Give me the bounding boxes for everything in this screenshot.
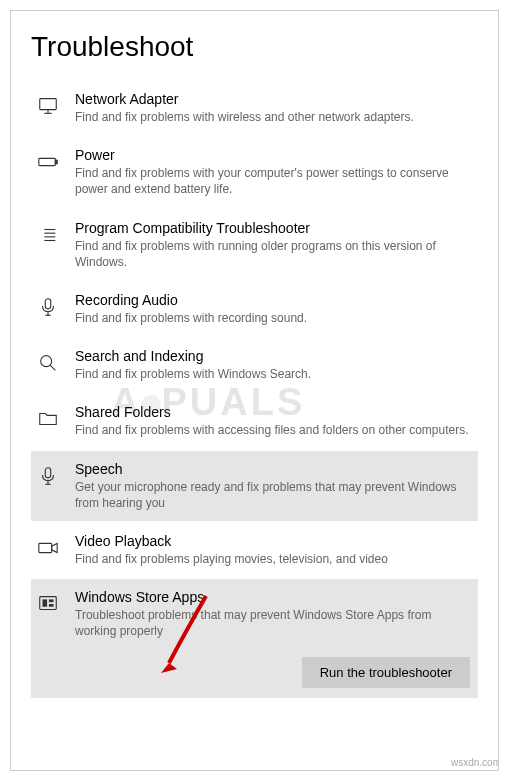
page-title: Troubleshoot (31, 31, 478, 63)
item-description: Find and fix problems with running older… (75, 238, 470, 270)
svg-rect-13 (45, 299, 51, 309)
mic-icon (35, 463, 61, 489)
svg-rect-21 (39, 543, 52, 552)
troubleshoot-item-windows-store-apps[interactable]: Windows Store Apps Troubleshoot problems… (31, 579, 478, 649)
attribution-text: wsxdn.com (451, 757, 499, 768)
video-icon (35, 535, 61, 561)
search-icon (35, 350, 61, 376)
item-title: Program Compatibility Troubleshooter (75, 220, 470, 236)
item-description: Find and fix problems playing movies, te… (75, 551, 470, 567)
item-title: Power (75, 147, 470, 163)
svg-rect-18 (45, 467, 51, 477)
item-title: Windows Store Apps (75, 589, 470, 605)
troubleshoot-item-speech[interactable]: Speech Get your microphone ready and fix… (31, 451, 478, 521)
item-description: Find and fix problems with Windows Searc… (75, 366, 470, 382)
item-title: Search and Indexing (75, 348, 470, 364)
troubleshoot-item-shared-folders[interactable]: Shared Folders Find and fix problems wit… (31, 394, 478, 448)
svg-rect-3 (39, 159, 56, 166)
svg-line-17 (50, 365, 55, 370)
item-description: Find and fix problems with your computer… (75, 165, 470, 197)
run-troubleshooter-button[interactable]: Run the troubleshooter (302, 657, 470, 688)
folder-icon (35, 406, 61, 432)
svg-rect-23 (43, 599, 48, 606)
item-title: Video Playback (75, 533, 470, 549)
troubleshoot-item-search-and-indexing[interactable]: Search and Indexing Find and fix problem… (31, 338, 478, 392)
troubleshoot-item-network-adapter[interactable]: Network Adapter Find and fix problems wi… (31, 81, 478, 135)
troubleshoot-item-recording-audio[interactable]: Recording Audio Find and fix problems wi… (31, 282, 478, 336)
item-title: Recording Audio (75, 292, 470, 308)
troubleshoot-item-video-playback[interactable]: Video Playback Find and fix problems pla… (31, 523, 478, 577)
svg-rect-22 (40, 597, 57, 610)
troubleshoot-item-program-compatibility-troubleshooter[interactable]: Program Compatibility Troubleshooter Fin… (31, 210, 478, 280)
troubleshoot-item-power[interactable]: Power Find and fix problems with your co… (31, 137, 478, 207)
item-description: Find and fix problems with recording sou… (75, 310, 470, 326)
mic-icon (35, 294, 61, 320)
item-description: Get your microphone ready and fix proble… (75, 479, 470, 511)
svg-rect-4 (55, 160, 57, 164)
battery-icon (35, 149, 61, 175)
store-icon (35, 591, 61, 617)
item-description: Find and fix problems with wireless and … (75, 109, 470, 125)
item-description: Troubleshoot problems that may prevent W… (75, 607, 470, 639)
monitor-icon (35, 93, 61, 119)
item-description: Find and fix problems with accessing fil… (75, 422, 470, 438)
item-title: Network Adapter (75, 91, 470, 107)
svg-point-16 (41, 356, 52, 367)
item-title: Shared Folders (75, 404, 470, 420)
svg-rect-0 (40, 99, 57, 110)
item-title: Speech (75, 461, 470, 477)
svg-rect-24 (49, 599, 54, 602)
svg-rect-25 (49, 604, 54, 607)
list-icon (35, 222, 61, 248)
